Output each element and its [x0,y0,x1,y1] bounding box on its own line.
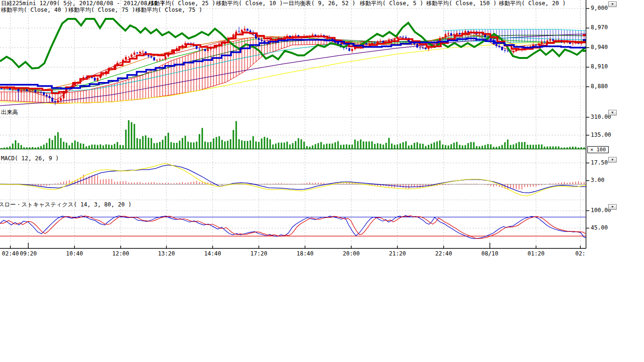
time-label-8: 20:00 [343,251,360,257]
time-label-5: 14:40 [204,251,221,257]
price-pane-dropdown-button[interactable]: ▼ [608,1,617,7]
y-axis-label-0-0: 9,000 [591,5,608,11]
macd-line-Signal [0,164,586,196]
time-label-2: 10:40 [66,251,83,257]
time-label-7: 18:40 [297,251,314,257]
volume-pane-label: 出来高 [1,109,18,115]
y-axis-label-0-3: 8,910 [591,64,608,70]
stochastic-pane-label: スロー・ストキャスティクス( 14, 3, 80, 20 ) [0,202,132,208]
y-axis-label-0-1: 8,970 [591,25,608,31]
time-label-6: 17:20 [250,251,267,257]
stochastic-pane-dropdown-button[interactable]: ▼ [608,204,617,210]
indicator-label-row2-0: 移動平均( Close, 40 ) [1,7,68,13]
ichimoku-cloud [0,37,264,103]
time-label-13: 02: [575,251,586,257]
latest-price-marker [583,34,586,36]
indicator-label-row2-2: 移動平均( Close, 75 ) [135,7,202,13]
time-label-9: 21:20 [389,251,406,257]
time-label-11: 08/10 [481,251,498,257]
time-label-12: 01:20 [528,251,545,257]
price-pane [0,19,586,106]
macd-pane [0,164,586,196]
latest-price-marker [583,39,586,41]
indicator-label-row1-3: 一目均衡表( 9, 26, 52 ) [283,0,355,7]
y-axis-label-0-4: 8,880 [591,83,608,90]
indicator-label-row1-0: 日経225mini 12/09( 5分, 2012/08/08 - 2012/0… [1,0,165,7]
stochastic-pane [0,215,586,239]
macd-pane-dropdown-button[interactable]: ▼ [608,157,617,163]
indicator-label-row2-1: 移動平均( Close, 75 ) [68,7,135,13]
chart-svg[interactable] [0,0,644,362]
y-axis-label-2-0: 17.50 [591,160,608,166]
time-label-4: 13:20 [158,251,175,257]
chart-app: 日経225mini 12/09( 5分, 2012/08/08 - 2012/0… [0,0,644,362]
y-axis-label-2-1: 3.00 [591,177,604,183]
indicator-label-row1-4: 移動平均( Close, 5 ) [360,0,423,7]
macd-pane-label: MACD( 12, 26, 9 ) [1,156,59,162]
y-axis-label-3-1: 45.00 [591,225,608,231]
time-label-3: 12:00 [112,251,129,257]
time-label-1: 09:20 [20,251,37,257]
indicator-label-row1-6: 移動平均( Close, 20 ) [499,0,566,7]
indicator-label-row1-5: 移動平均( Close, 150 ) [426,0,496,7]
time-label-0: 02:40 [2,251,19,257]
sto-k-line [0,215,586,239]
y-axis-label-1-1: 135.00 [591,132,611,138]
latest-price-marker [583,50,586,52]
y-axis-label-0-2: 8,940 [591,44,608,50]
macd-line-MACD [0,165,586,193]
volume-pane [0,120,586,149]
volume-multiplier-box: × 100 [587,146,609,153]
volume-bars [1,120,584,149]
indicator-label-row1-2: 移動平均( Close, 10 ) [216,0,283,7]
volume-pane-dropdown-button[interactable]: ▼ [608,110,617,115]
indicator-label-row1-1: 移動平均( Close, 25 ) [149,0,215,7]
time-label-10: 22:40 [435,251,452,257]
macd-histogram [1,174,584,189]
